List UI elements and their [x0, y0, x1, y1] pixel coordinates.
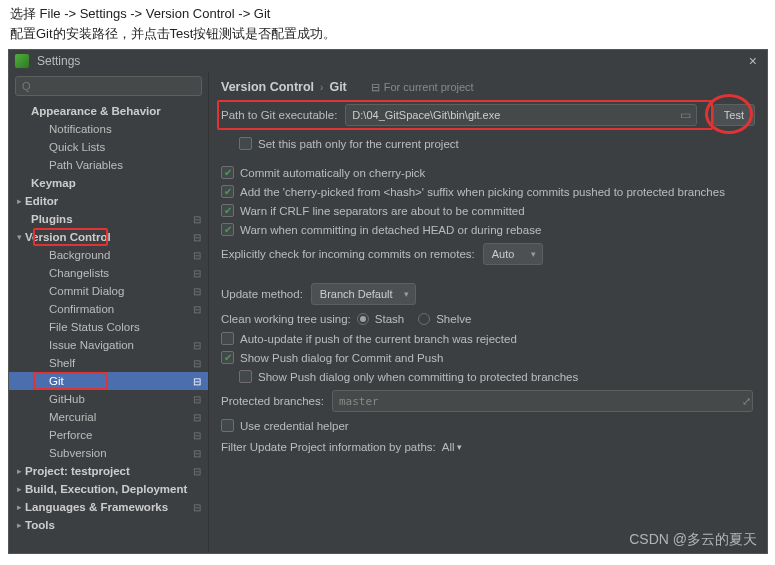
protected-label: Protected branches:	[221, 395, 324, 407]
explicit-check-select[interactable]: Auto	[483, 243, 543, 265]
checkbox-cherry-suffix[interactable]	[221, 185, 234, 198]
checkbox-credential[interactable]	[221, 419, 234, 432]
radio-shelve[interactable]	[418, 313, 430, 325]
checkbox-commit-auto[interactable]	[221, 166, 234, 179]
test-button[interactable]: Test	[713, 104, 755, 126]
breadcrumb-parent[interactable]: Version Control	[221, 80, 314, 94]
label-show-push-protected: Show Push dialog only when committing to…	[258, 371, 578, 383]
search-input[interactable]	[15, 76, 202, 96]
checkbox-warn-detached[interactable]	[221, 223, 234, 236]
chevron-down-icon: ▾	[13, 231, 25, 243]
tree-project[interactable]: ▸Project: testproject⊟	[9, 462, 208, 480]
label-warn-crlf: Warn if CRLF line separators are about t…	[240, 205, 525, 217]
chevron-right-icon: ▸	[13, 483, 25, 495]
tree-mercurial[interactable]: Mercurial⊟	[9, 408, 208, 426]
git-path-label: Path to Git executable:	[221, 109, 337, 121]
chevron-right-icon: ▸	[13, 519, 25, 531]
tree-keymap[interactable]: Keymap	[9, 174, 208, 192]
label-warn-detached: Warn when committing in detached HEAD or…	[240, 224, 541, 236]
expand-icon[interactable]: ⤢	[737, 395, 755, 408]
tree-version-control[interactable]: ▾Version Control⊟	[9, 228, 208, 246]
tree-path-variables[interactable]: Path Variables	[9, 156, 208, 174]
tree-changelists[interactable]: Changelists⊟	[9, 264, 208, 282]
label-set-path-only: Set this path only for the current proje…	[258, 138, 459, 150]
instruction-line1: 选择 File -> Settings -> Version Control -…	[10, 4, 765, 24]
checkbox-show-push-protected[interactable]	[239, 370, 252, 383]
label-show-push: Show Push dialog for Commit and Push	[240, 352, 443, 364]
tree-subversion[interactable]: Subversion⊟	[9, 444, 208, 462]
project-scope-icon: ⊟	[371, 81, 380, 94]
tree-git[interactable]: Git⊟	[9, 372, 208, 390]
checkbox-auto-update[interactable]	[221, 332, 234, 345]
explicit-check-label: Explicitly check for incoming commits on…	[221, 248, 475, 260]
label-cherry-suffix: Add the 'cherry-picked from <hash>' suff…	[240, 186, 725, 198]
tree-editor[interactable]: ▸Editor	[9, 192, 208, 210]
sidebar: Appearance & Behavior Notifications Quic…	[9, 72, 209, 552]
close-button[interactable]: ×	[745, 53, 761, 69]
tree-perforce[interactable]: Perforce⊟	[9, 426, 208, 444]
label-auto-update: Auto-update if push of the current branc…	[240, 333, 517, 345]
window-title: Settings	[37, 54, 745, 68]
tree-file-status-colors[interactable]: File Status Colors	[9, 318, 208, 336]
checkbox-show-push[interactable]	[221, 351, 234, 364]
breadcrumb: Version Control › Git ⊟For current proje…	[221, 80, 755, 94]
radio-shelve-label: Shelve	[436, 313, 471, 325]
filter-label: Filter Update Project information by pat…	[221, 441, 436, 453]
tree-commit-dialog[interactable]: Commit Dialog⊟	[9, 282, 208, 300]
instruction-line2: 配置Git的安装路径，并点击Test按钮测试是否配置成功。	[10, 24, 765, 44]
radio-stash-label: Stash	[375, 313, 404, 325]
filter-dropdown[interactable]: All ▾	[442, 441, 462, 453]
tree-issue-navigation[interactable]: Issue Navigation⊟	[9, 336, 208, 354]
tree-build[interactable]: ▸Build, Execution, Deployment	[9, 480, 208, 498]
app-icon	[15, 54, 29, 68]
tree-plugins[interactable]: Plugins⊟	[9, 210, 208, 228]
titlebar: Settings ×	[9, 50, 767, 72]
settings-tree: Appearance & Behavior Notifications Quic…	[9, 98, 208, 552]
checkbox-set-path-only[interactable]	[239, 137, 252, 150]
protected-input[interactable]	[332, 390, 753, 412]
settings-window: Settings × Appearance & Behavior Notific…	[8, 49, 768, 554]
label-commit-auto: Commit automatically on cherry-pick	[240, 167, 425, 179]
tree-background[interactable]: Background⊟	[9, 246, 208, 264]
watermark: CSDN @多云的夏天	[629, 531, 757, 549]
chevron-right-icon: ▸	[13, 501, 25, 513]
chevron-right-icon: ▸	[13, 465, 25, 477]
folder-icon[interactable]: ▭	[677, 106, 695, 124]
chevron-down-icon: ▾	[457, 442, 462, 452]
update-method-label: Update method:	[221, 288, 303, 300]
tree-shelf[interactable]: Shelf⊟	[9, 354, 208, 372]
checkbox-warn-crlf[interactable]	[221, 204, 234, 217]
breadcrumb-current: Git	[329, 80, 346, 94]
radio-stash[interactable]	[357, 313, 369, 325]
update-method-select[interactable]: Branch Default	[311, 283, 416, 305]
chevron-right-icon: ›	[320, 82, 323, 93]
tree-quick-lists[interactable]: Quick Lists	[9, 138, 208, 156]
label-credential: Use credential helper	[240, 420, 349, 432]
clean-tree-label: Clean working tree using:	[221, 313, 351, 325]
breadcrumb-scope: For current project	[384, 81, 474, 93]
tree-tools[interactable]: ▸Tools	[9, 516, 208, 534]
tree-languages[interactable]: ▸Languages & Frameworks⊟	[9, 498, 208, 516]
tree-github[interactable]: GitHub⊟	[9, 390, 208, 408]
chevron-right-icon: ▸	[13, 195, 25, 207]
tree-appearance-behavior[interactable]: Appearance & Behavior	[9, 102, 208, 120]
git-path-input[interactable]	[345, 104, 696, 126]
tree-confirmation[interactable]: Confirmation⊟	[9, 300, 208, 318]
tree-notifications[interactable]: Notifications	[9, 120, 208, 138]
main-panel: Version Control › Git ⊟For current proje…	[209, 72, 767, 552]
